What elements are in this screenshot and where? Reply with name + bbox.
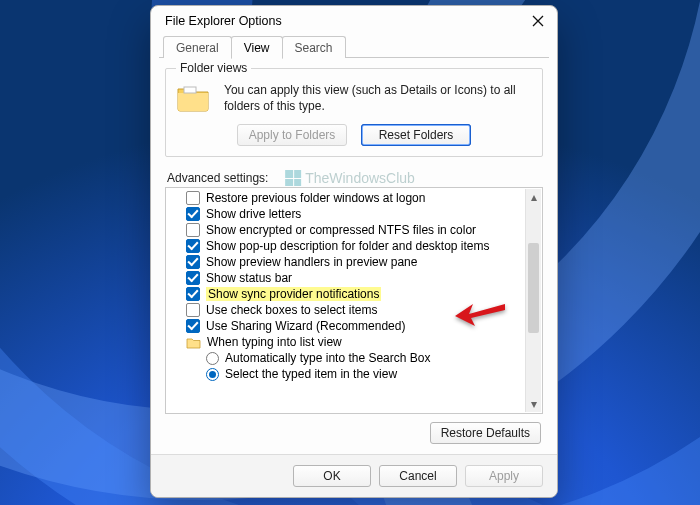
checkbox-icon[interactable] (186, 223, 200, 237)
list-item[interactable]: Show status bar (168, 270, 524, 286)
dialog-button-bar: OK Cancel Apply (151, 454, 557, 497)
scroll-up-button[interactable]: ▴ (526, 189, 541, 205)
list-item[interactable]: Restore previous folder windows at logon (168, 190, 524, 206)
apply-to-folders-button: Apply to Folders (237, 124, 347, 146)
checkbox-icon[interactable] (186, 255, 200, 269)
checkbox-icon[interactable] (186, 319, 200, 333)
radio-icon[interactable] (206, 352, 219, 365)
title-bar[interactable]: File Explorer Options (151, 6, 557, 34)
list-item[interactable]: Show drive letters (168, 206, 524, 222)
radio-icon[interactable] (206, 368, 219, 381)
list-item[interactable]: Show preview handlers in preview pane (168, 254, 524, 270)
tab-view[interactable]: View (231, 36, 283, 59)
apply-button: Apply (465, 465, 543, 487)
list-item-group[interactable]: When typing into list view (168, 334, 524, 350)
checkbox-icon[interactable] (186, 303, 200, 317)
list-item[interactable]: Show pop-up description for folder and d… (168, 238, 524, 254)
ok-button[interactable]: OK (293, 465, 371, 487)
checkbox-icon[interactable] (186, 207, 200, 221)
tab-search[interactable]: Search (282, 36, 346, 58)
checkbox-icon[interactable] (186, 191, 200, 205)
folder-views-legend: Folder views (176, 61, 251, 75)
folder-icon (176, 83, 212, 113)
file-explorer-options-dialog: File Explorer Options General View Searc… (150, 5, 558, 498)
checkbox-icon[interactable] (186, 271, 200, 285)
tab-general[interactable]: General (163, 36, 232, 58)
advanced-settings-label: Advanced settings: (167, 171, 543, 185)
scroll-thumb[interactable] (528, 243, 539, 333)
list-item[interactable]: Use check boxes to select items (168, 302, 524, 318)
tab-strip: General View Search (151, 34, 557, 58)
folder-views-group: Folder views You can apply this view (su… (165, 68, 543, 157)
restore-defaults-button[interactable]: Restore Defaults (430, 422, 541, 444)
scroll-track[interactable] (526, 205, 541, 396)
list-item[interactable]: Automatically type into the Search Box (168, 350, 524, 366)
checkbox-icon[interactable] (186, 287, 200, 301)
svg-rect-0 (184, 87, 196, 93)
folder-icon (186, 336, 201, 349)
window-title: File Explorer Options (165, 14, 282, 28)
scroll-down-button[interactable]: ▾ (526, 396, 541, 412)
list-item[interactable]: Select the typed item in the view (168, 366, 524, 382)
folder-views-description: You can apply this view (such as Details… (224, 83, 532, 114)
advanced-settings-list[interactable]: Restore previous folder windows at logon… (165, 187, 543, 414)
close-icon (532, 15, 544, 27)
scrollbar[interactable]: ▴ ▾ (525, 189, 541, 412)
reset-folders-button[interactable]: Reset Folders (361, 124, 471, 146)
list-item-sync-notifications[interactable]: Show sync provider notifications (168, 286, 524, 302)
close-button[interactable] (531, 14, 545, 28)
list-item[interactable]: Use Sharing Wizard (Recommended) (168, 318, 524, 334)
list-item[interactable]: Show encrypted or compressed NTFS files … (168, 222, 524, 238)
cancel-button[interactable]: Cancel (379, 465, 457, 487)
checkbox-icon[interactable] (186, 239, 200, 253)
